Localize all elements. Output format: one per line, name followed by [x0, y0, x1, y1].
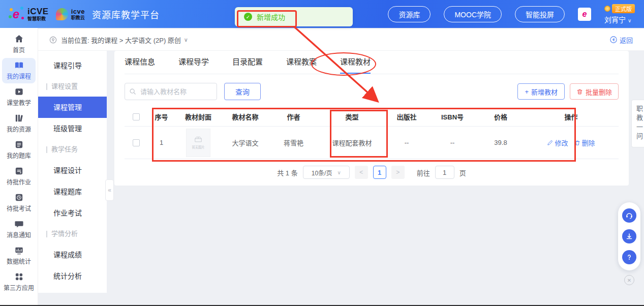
- breadcrumb: 当前位置: 我的课程 > 大学语文 (2P) 原创: [61, 35, 181, 45]
- sidebar-item-third-party-apps[interactable]: 第三方应用: [2, 269, 36, 295]
- query-button[interactable]: 查询: [224, 83, 261, 100]
- textbook-search-input[interactable]: [125, 83, 217, 100]
- edit-link[interactable]: 修改: [547, 138, 568, 147]
- zhijiao-help-side-tab[interactable]: 职教一问: [631, 100, 644, 147]
- location-pin-icon: [49, 36, 57, 44]
- prev-page-button[interactable]: <: [355, 166, 368, 179]
- sidebar-item-my-resources[interactable]: 我的资源: [2, 111, 36, 136]
- menu-item-homework-exam[interactable]: 作业考试: [38, 202, 107, 224]
- cell-name: 大学语文: [221, 138, 269, 147]
- cell-type: 课程配套教材: [318, 138, 386, 147]
- total-count: 共 1 条: [277, 168, 297, 177]
- library-icon: [14, 113, 24, 123]
- main-sidebar: 首页 我的课程 课堂教学 我的资源 我的题库 待批作业 待批考试 消息通知: [0, 28, 38, 305]
- menu-section-learning-analysis: 学情分析: [38, 224, 107, 244]
- table-row: 1 暂无图片 大学语文 蒋雪艳 课程配套教材 -- -- 39.8 修改: [125, 127, 619, 159]
- book-icon: [14, 60, 24, 70]
- success-check-icon: ✓: [244, 13, 252, 21]
- col-header-cover: 教材封面: [175, 112, 221, 121]
- cell-publisher: --: [386, 139, 427, 146]
- goto-page-input[interactable]: [435, 166, 454, 179]
- sidebar-item-my-courses[interactable]: 我的课程: [2, 58, 36, 83]
- add-textbook-button[interactable]: + 新增教材: [517, 83, 565, 100]
- nav-mooc-button[interactable]: MOOC学院: [444, 6, 502, 22]
- menu-item-course-guide[interactable]: 课程引导: [38, 55, 107, 76]
- goto-label: 前往: [417, 168, 430, 177]
- menu-item-course-management[interactable]: 课程管理: [38, 97, 107, 118]
- select-all-checkbox[interactable]: [133, 113, 140, 120]
- app-title: 资源库教学平台: [92, 8, 160, 21]
- menu-item-course-design[interactable]: 课程设计: [38, 160, 107, 181]
- menu-section-teaching-tasks: 教学任务: [38, 139, 107, 160]
- chevron-down-icon: ∨: [628, 18, 631, 23]
- menu-item-course-grades[interactable]: 课程成绩: [38, 244, 107, 265]
- message-icon: [14, 219, 24, 229]
- homework-icon: [14, 166, 24, 176]
- col-header-no: 序号: [147, 112, 175, 121]
- customer-service-button[interactable]: [622, 208, 636, 223]
- icve-logo: e iCVE 智慧职教: [9, 7, 49, 22]
- stats-icon: [14, 246, 24, 255]
- nav-smart-cast-button[interactable]: 智能投屏: [515, 6, 565, 22]
- delete-link[interactable]: 删除: [574, 138, 595, 147]
- cell-author: 蒋雪艳: [269, 138, 318, 147]
- close-icon: ✕: [627, 278, 631, 283]
- sidebar-item-messages[interactable]: 消息通知: [2, 217, 36, 242]
- menu-item-class-management[interactable]: 班级管理: [38, 118, 107, 139]
- cover-placeholder: 暂无图片: [186, 129, 210, 157]
- menu-item-statistical-analysis[interactable]: 统计分析: [38, 265, 107, 287]
- col-header-name: 教材名称: [221, 112, 269, 121]
- nav-resource-library-button[interactable]: 资源库: [388, 6, 431, 22]
- user-menu[interactable]: 正式版 刘宵宁 ∨: [604, 4, 635, 24]
- app-window: e iCVE 智慧职教 icve 职教云 资源库教学平台 资源库 MOOC学院 …: [0, 0, 644, 306]
- col-header-actions: 操作: [524, 112, 619, 121]
- play-icon: [14, 87, 24, 97]
- empty-box-icon: [194, 136, 202, 143]
- textbook-toolbar: 查询 + 新增教材 批量删除: [125, 83, 619, 100]
- sidebar-item-homework-to-grade[interactable]: 待批作业: [2, 164, 36, 189]
- back-circle-arrow-icon: [610, 36, 617, 43]
- sidebar-item-exams-to-grade[interactable]: 待批考试: [2, 190, 36, 216]
- cell-no: 1: [147, 139, 175, 146]
- menu-collapse-handle[interactable]: «: [105, 179, 114, 201]
- logo-tagline: 智慧职教: [27, 17, 49, 21]
- home-icon: [14, 34, 24, 44]
- logo-brand: iCVE: [27, 7, 49, 16]
- cell-isbn: --: [427, 139, 478, 146]
- sidebar-item-classroom-teaching[interactable]: 课堂教学: [2, 84, 36, 110]
- back-button[interactable]: 返回: [610, 35, 633, 45]
- sidebar-item-my-question-bank[interactable]: 我的题库: [2, 137, 36, 163]
- batch-delete-button[interactable]: 批量删除: [570, 83, 619, 100]
- pagination: 共 1 条 10条/页 ∨ < 1 > 前往 页: [125, 166, 619, 179]
- course-tabs: 课程信息 课程导学 目录配置 课程教案 课程教材: [125, 51, 619, 74]
- mini-app-icon[interactable]: e: [578, 8, 591, 21]
- menu-item-course-question-bank[interactable]: 课程题库: [38, 181, 107, 202]
- menu-section-course-settings: 课程设置: [38, 76, 107, 97]
- question-bank-icon: [14, 140, 24, 149]
- col-header-isbn: ISBN号: [427, 112, 478, 121]
- col-header-author: 作者: [269, 112, 318, 121]
- current-page-button[interactable]: 1: [373, 166, 386, 179]
- col-header-type: 类型: [318, 112, 386, 121]
- tab-course-info[interactable]: 课程信息: [125, 51, 155, 74]
- download-button[interactable]: [622, 229, 636, 243]
- user-name: 刘宵宁: [604, 16, 626, 24]
- page-size-select[interactable]: 10条/页 ∨: [303, 166, 350, 179]
- breadcrumb-bar: 当前位置: 我的课程 > 大学语文 (2P) 原创 ∨ 返回: [38, 29, 644, 51]
- close-float-menu-button[interactable]: ✕: [624, 275, 634, 285]
- textbook-table: 序号 教材封面 教材名称 作者 类型 出版社 ISBN号 价格 操作 1 暂无图…: [125, 107, 619, 159]
- breadcrumb-path[interactable]: 我的课程 > 大学语文 (2P) 原创: [91, 37, 181, 44]
- row-checkbox[interactable]: [133, 139, 140, 146]
- sidebar-item-statistics[interactable]: 数据统计: [2, 243, 36, 268]
- logo2-tagline: 职教云: [71, 16, 85, 20]
- sidebar-item-home[interactable]: 首页: [2, 32, 36, 57]
- icve-swirl-icon: e: [9, 7, 24, 22]
- goto-suffix: 页: [459, 168, 466, 177]
- help-button[interactable]: [622, 250, 636, 264]
- chevron-down-icon[interactable]: ∨: [184, 37, 188, 43]
- tab-lesson-plans[interactable]: 课程教案: [286, 51, 317, 74]
- tab-course-textbooks[interactable]: 课程教材: [340, 51, 371, 74]
- tab-catalog-config[interactable]: 目录配置: [232, 51, 263, 74]
- next-page-button[interactable]: >: [391, 166, 405, 179]
- tab-course-guide[interactable]: 课程导学: [178, 51, 209, 74]
